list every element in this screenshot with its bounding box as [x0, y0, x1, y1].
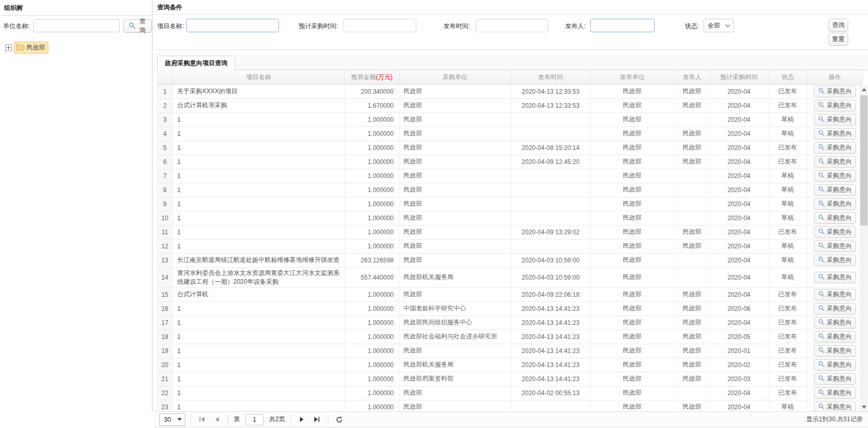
table-row[interactable]: 2011.000000民政部机关服务局2020-04-13 14:41:23民政… — [157, 358, 863, 372]
purchase-intention-button[interactable]: 采购意向 — [814, 331, 856, 343]
tab-procurement-intention-query[interactable]: 政府采购意向项目查询 — [157, 56, 235, 70]
scroll-up-arrow-icon[interactable] — [860, 85, 868, 94]
tree-node-mingzhengbu[interactable]: 民政部 — [14, 42, 48, 54]
cell-publish-time: 2020-04-13 12:33:53 — [511, 98, 590, 112]
purchase-intention-button-label: 采购意向 — [827, 242, 852, 250]
cell-action: 采购意向 — [807, 330, 863, 344]
tree-expand-icon[interactable] — [5, 44, 12, 51]
cell-index: 4 — [157, 127, 173, 141]
publish-time-input[interactable] — [476, 19, 548, 32]
next-page-button[interactable] — [296, 414, 308, 425]
cell-action: 采购意向 — [807, 316, 863, 330]
tree-search-button[interactable]: 查询 — [123, 19, 152, 33]
cell-status: 草稿 — [768, 197, 807, 211]
purchase-intention-button[interactable]: 采购意向 — [814, 359, 856, 371]
table-row[interactable]: 13长江南京航道局镇江航道处扬中航标维修基地维修升级改造263.126598民政… — [157, 253, 863, 267]
query-reset-button[interactable]: 重置 — [828, 33, 848, 46]
table-row[interactable]: 2台式计算机等采购1.670000民政部2020-04-13 12:33:53民… — [157, 98, 863, 112]
magnifier-icon — [818, 172, 825, 180]
purchase-intention-button[interactable]: 采购意向 — [814, 198, 856, 210]
table-row[interactable]: 14黄河水利委员会上游水文水资源局黄委大江大河水文监测系统建设工程（一期）202… — [157, 267, 863, 287]
purchase-intention-button[interactable]: 采购意向 — [814, 387, 856, 399]
purchase-intention-button[interactable]: 采购意向 — [814, 241, 856, 252]
table-row[interactable]: 911.000000民政部民政部2020-04草稿采购意向 — [157, 197, 863, 211]
cell-project-name: 1 — [173, 211, 344, 225]
last-page-button[interactable] — [311, 414, 323, 425]
table-row[interactable]: 1111.000000民政部2020-04-09 13:29:02民政部民政部2… — [157, 225, 863, 239]
cell-publish-unit: 民政部 — [590, 183, 674, 197]
cell-publisher: 民政部 — [674, 141, 710, 155]
table-row[interactable]: 2311.000000民政部民政部民政部2020-04草稿采购意向 — [157, 400, 863, 411]
table-row[interactable]: 611.000000民政部2020-04-09 12:45:20民政部民政部20… — [157, 155, 863, 169]
purchase-intention-button[interactable]: 采购意向 — [814, 142, 856, 154]
status-select[interactable]: 全部 — [704, 19, 734, 32]
purchase-intention-button[interactable]: 采购意向 — [814, 345, 856, 357]
first-page-button[interactable] — [196, 414, 208, 425]
query-search-button[interactable]: 查询 — [828, 19, 848, 32]
table-row[interactable]: 411.000000民政部民政部民政部2020-04草稿采购意向 — [157, 127, 863, 141]
cell-publish-unit: 民政部 — [590, 301, 674, 316]
publisher-input[interactable] — [590, 19, 655, 32]
cell-publish-time — [511, 239, 590, 253]
current-page-input[interactable] — [246, 414, 263, 425]
purchase-intention-button[interactable]: 采购意向 — [814, 255, 856, 266]
cell-planned-time: 2020-04 — [710, 253, 768, 267]
cell-publish-unit: 民政部 — [590, 127, 674, 141]
table-row[interactable]: 1711.000000民政部民间组织服务中心2020-04-13 14:41:2… — [157, 316, 863, 330]
purchase-intention-button[interactable]: 采购意向 — [814, 373, 856, 385]
cell-publish-unit: 民政部 — [590, 98, 674, 112]
table-row[interactable]: 1211.000000民政部民政部民政部2020-04草稿采购意向 — [157, 239, 863, 253]
purchase-intention-button[interactable]: 采购意向 — [814, 184, 856, 196]
table-row[interactable]: 1关于采购XXXX的项目200.340000民政部2020-04-13 12:3… — [157, 84, 863, 98]
table-row[interactable]: 1911.000000民政部2020-04-13 14:41:23民政部民政部2… — [157, 344, 863, 358]
table-row[interactable]: 711.000000民政部民政部2020-04草稿采购意向 — [157, 169, 863, 183]
table-row[interactable]: 1011.000000民政部民政部2020-04草稿采购意向 — [157, 211, 863, 225]
purchase-intention-button[interactable]: 采购意向 — [814, 212, 856, 224]
purchase-intention-button[interactable]: 采购意向 — [814, 303, 856, 314]
cell-budget: 1.670000 — [344, 98, 399, 112]
table-row[interactable]: 511.000000民政部2020-04-08 15:20:14民政部民政部20… — [157, 141, 863, 155]
purchase-intention-button-label: 采购意向 — [827, 171, 852, 180]
cell-index: 21 — [157, 372, 173, 386]
purchase-intention-button[interactable]: 采购意向 — [814, 272, 856, 283]
cell-planned-time: 2020-04 — [710, 84, 768, 98]
purchase-intention-button[interactable]: 采购意向 — [814, 156, 856, 168]
purchase-intention-button[interactable]: 采购意向 — [814, 114, 856, 125]
table-row[interactable]: 1611.000000中国老龄科学研究中心2020-04-13 14:41:23… — [157, 301, 863, 316]
purchase-intention-button[interactable]: 采购意向 — [814, 170, 856, 182]
cell-planned-time: 2020-04 — [710, 225, 768, 239]
cell-action: 采购意向 — [807, 197, 863, 211]
table-row[interactable]: 15台式计算机1.000000民政部2020-04-09 22:06:18民政部… — [157, 287, 863, 301]
table-row[interactable]: 2111.000000民政部档案资料馆2020-04-13 14:41:23民政… — [157, 372, 863, 386]
cell-status: 已发布 — [768, 84, 807, 98]
purchase-intention-button[interactable]: 采购意向 — [814, 100, 856, 111]
purchase-intention-button[interactable]: 采购意向 — [814, 401, 856, 412]
unit-name-input[interactable] — [33, 19, 120, 32]
planned-time-input[interactable] — [343, 19, 416, 32]
page-size-select[interactable]: 30 — [159, 413, 185, 426]
cell-index: 5 — [157, 141, 173, 155]
purchase-intention-button-label: 采购意向 — [827, 332, 852, 341]
cell-publisher — [674, 197, 710, 211]
purchase-intention-button[interactable]: 采购意向 — [814, 226, 856, 238]
table-row[interactable]: 2211.000000民政部2020-04-02 00:55:13民政部2020… — [157, 386, 863, 400]
cell-budget: 200.340000 — [344, 84, 399, 98]
cell-index: 6 — [157, 155, 173, 169]
cell-budget: 1.000000 — [344, 287, 399, 301]
prev-page-button[interactable] — [211, 414, 223, 425]
refresh-button[interactable] — [334, 414, 345, 425]
purchase-intention-button[interactable]: 采购意向 — [814, 86, 856, 97]
purchase-intention-button[interactable]: 采购意向 — [814, 128, 856, 140]
table-row[interactable]: 311.000000民政部民政部2020-04草稿采购意向 — [157, 112, 863, 127]
table-row[interactable]: 811.000000民政部民政部2020-04草稿采购意向 — [157, 183, 863, 197]
purchase-intention-button[interactable]: 采购意向 — [814, 289, 856, 300]
purchase-intention-button-label: 采购意向 — [827, 87, 852, 96]
project-name-input[interactable] — [186, 19, 279, 32]
scrollbar-thumb[interactable] — [860, 95, 867, 225]
vertical-scrollbar[interactable] — [860, 85, 868, 411]
scroll-down-arrow-icon[interactable] — [860, 402, 868, 411]
cell-project-name: 台式计算机等采购 — [173, 98, 344, 112]
table-row[interactable]: 1811.000000民政部社会福利与社会进步研究所2020-04-13 14:… — [157, 330, 863, 344]
data-grid: 项目名称 预算金额(万元) 采购单位 发布时间 发布单位 发布人 预计采购时间 … — [154, 70, 868, 411]
purchase-intention-button[interactable]: 采购意向 — [814, 317, 856, 329]
